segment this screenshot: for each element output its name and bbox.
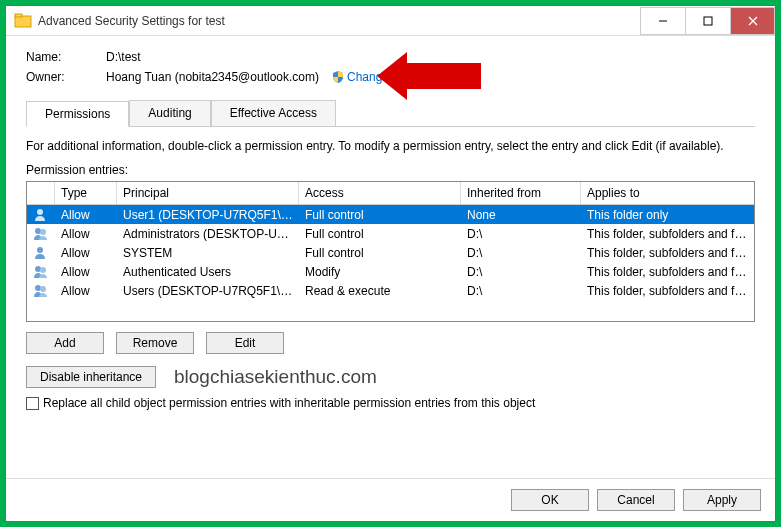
close-button[interactable] <box>730 7 775 35</box>
permissions-table: Type Principal Access Inherited from App… <box>26 181 755 322</box>
apply-button[interactable]: Apply <box>683 489 761 511</box>
row-principal: Authenticated Users <box>117 264 299 280</box>
owner-row: Owner: Hoang Tuan (nobita2345@outlook.co… <box>26 70 755 84</box>
svg-rect-1 <box>15 14 22 17</box>
name-value: D:\test <box>106 50 141 64</box>
row-principal: SYSTEM <box>117 245 299 261</box>
disable-row: Disable inheritance blogchiasekienthuc.c… <box>26 366 755 388</box>
row-type: Allow <box>55 207 117 223</box>
row-access: Modify <box>299 264 461 280</box>
svg-rect-3 <box>704 17 712 25</box>
row-inherited: D:\ <box>461 245 581 261</box>
table-row[interactable]: AllowAdministrators (DESKTOP-U7...Full c… <box>27 224 754 243</box>
dialog-window: Advanced Security Settings for test Name… <box>5 5 776 522</box>
replace-label: Replace all child object permission entr… <box>43 396 535 410</box>
content-area: Name: D:\test Owner: Hoang Tuan (nobita2… <box>6 36 775 478</box>
minimize-button[interactable] <box>640 7 685 35</box>
tab-auditing[interactable]: Auditing <box>129 100 210 126</box>
row-type: Allow <box>55 226 117 242</box>
tab-permissions[interactable]: Permissions <box>26 101 129 127</box>
row-access: Read & execute <box>299 283 461 299</box>
row-icon <box>27 283 55 299</box>
name-label: Name: <box>26 50 106 64</box>
row-principal: User1 (DESKTOP-U7RQ5F1\Us... <box>117 207 299 223</box>
user-icon <box>33 246 49 260</box>
disable-inheritance-button[interactable]: Disable inheritance <box>26 366 156 388</box>
cancel-button[interactable]: Cancel <box>597 489 675 511</box>
folder-icon <box>14 12 32 30</box>
shield-icon <box>331 70 345 84</box>
add-button[interactable]: Add <box>26 332 104 354</box>
row-icon <box>27 207 55 223</box>
row-type: Allow <box>55 283 117 299</box>
ok-button[interactable]: OK <box>511 489 589 511</box>
svg-point-8 <box>40 229 46 235</box>
svg-point-11 <box>40 267 46 273</box>
col-icon[interactable] <box>27 182 55 204</box>
table-row[interactable]: AllowUser1 (DESKTOP-U7RQ5F1\Us...Full co… <box>27 205 754 224</box>
col-access[interactable]: Access <box>299 182 461 204</box>
edit-button[interactable]: Edit <box>206 332 284 354</box>
user-icon <box>33 208 49 222</box>
owner-value: Hoang Tuan (nobita2345@outlook.com) <box>106 70 319 84</box>
watermark-text: blogchiasekienthuc.com <box>174 366 377 388</box>
row-inherited: None <box>461 207 581 223</box>
row-principal: Administrators (DESKTOP-U7... <box>117 226 299 242</box>
svg-point-7 <box>35 228 41 234</box>
row-access: Full control <box>299 207 461 223</box>
replace-row: Replace all child object permission entr… <box>26 396 755 410</box>
users-icon <box>33 284 49 298</box>
row-applies: This folder, subfolders and files <box>581 264 754 280</box>
owner-label: Owner: <box>26 70 106 84</box>
table-row[interactable]: AllowUsers (DESKTOP-U7RQ5F1\Us...Read & … <box>27 281 754 300</box>
entry-buttons: Add Remove Edit <box>26 332 755 354</box>
col-applies[interactable]: Applies to <box>581 182 754 204</box>
row-inherited: D:\ <box>461 264 581 280</box>
table-header: Type Principal Access Inherited from App… <box>27 182 754 205</box>
row-principal: Users (DESKTOP-U7RQ5F1\Us... <box>117 283 299 299</box>
users-icon <box>33 227 49 241</box>
tabs: Permissions Auditing Effective Access <box>26 100 755 127</box>
table-body: AllowUser1 (DESKTOP-U7RQ5F1\Us...Full co… <box>27 205 754 321</box>
users-icon <box>33 265 49 279</box>
row-applies: This folder only <box>581 207 754 223</box>
svg-point-10 <box>35 266 41 272</box>
remove-button[interactable]: Remove <box>116 332 194 354</box>
row-icon <box>27 264 55 280</box>
row-applies: This folder, subfolders and files <box>581 283 754 299</box>
svg-point-9 <box>37 247 43 253</box>
info-text: For additional information, double-click… <box>26 139 755 153</box>
maximize-button[interactable] <box>685 7 730 35</box>
row-access: Full control <box>299 226 461 242</box>
row-type: Allow <box>55 264 117 280</box>
col-type[interactable]: Type <box>55 182 117 204</box>
row-applies: This folder, subfolders and files <box>581 226 754 242</box>
table-row[interactable]: AllowAuthenticated UsersModifyD:\This fo… <box>27 262 754 281</box>
entries-label: Permission entries: <box>26 163 755 177</box>
row-icon <box>27 226 55 242</box>
col-principal[interactable]: Principal <box>117 182 299 204</box>
row-inherited: D:\ <box>461 283 581 299</box>
row-applies: This folder, subfolders and files <box>581 245 754 261</box>
row-inherited: D:\ <box>461 226 581 242</box>
window-title: Advanced Security Settings for test <box>38 14 640 28</box>
svg-point-6 <box>37 209 43 215</box>
titlebar: Advanced Security Settings for test <box>6 6 775 36</box>
col-inherited[interactable]: Inherited from <box>461 182 581 204</box>
row-icon <box>27 245 55 261</box>
svg-rect-0 <box>15 16 31 27</box>
svg-point-12 <box>35 285 41 291</box>
table-row[interactable]: AllowSYSTEMFull controlD:\This folder, s… <box>27 243 754 262</box>
row-type: Allow <box>55 245 117 261</box>
tab-effective-access[interactable]: Effective Access <box>211 100 336 126</box>
row-access: Full control <box>299 245 461 261</box>
bottom-bar: OK Cancel Apply <box>6 478 775 521</box>
svg-point-13 <box>40 286 46 292</box>
replace-checkbox[interactable] <box>26 397 39 410</box>
